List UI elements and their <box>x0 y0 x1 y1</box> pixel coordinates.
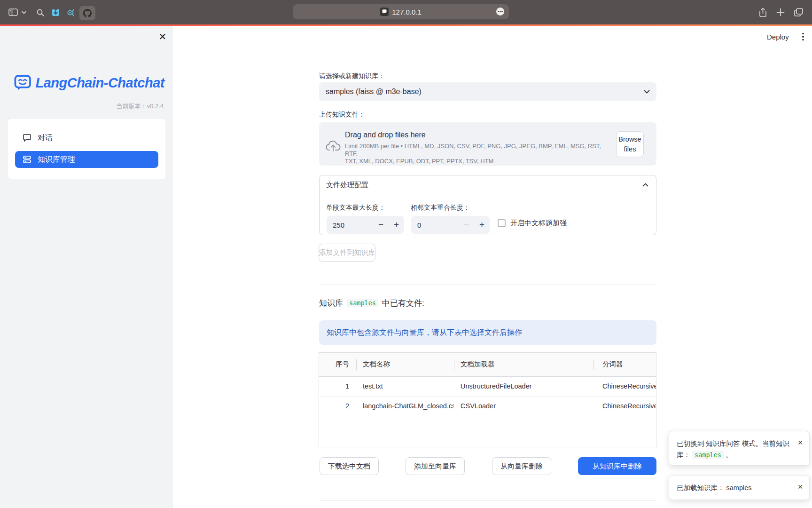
zh-title-enhance-checkbox[interactable] <box>498 219 506 227</box>
overlap-minus-button[interactable]: − <box>459 216 474 234</box>
pinned-tab-download-icon[interactable] <box>51 8 60 17</box>
divider <box>319 285 656 285</box>
toast-close-icon[interactable]: ✕ <box>797 481 803 492</box>
sidebar: ✕ LangChain-Chatchat 当前版本：v0.2.4 对话 知识库管… <box>0 26 173 508</box>
table-header-row: 序号 文档名称 文档加载器 分词器 <box>319 353 656 376</box>
chevron-down-icon <box>644 90 650 94</box>
logo-text: LangChain-Chatchat <box>35 75 164 91</box>
divider <box>319 500 656 501</box>
col-splitter[interactable]: 分词器 <box>593 353 656 376</box>
add-to-vector-store-button[interactable]: 添加至向量库 <box>406 457 465 475</box>
toast-text: 已切换到 知识库问答 模式。当前知识 库： samples 。 <box>677 438 802 460</box>
chunk-minus-button[interactable]: − <box>373 216 389 234</box>
browser-toolbar: 127.0.0.1 <box>0 0 812 24</box>
info-alert: 知识库中包含源文件与向量库，请从下表中选择文件后操作 <box>319 320 656 345</box>
app-menu-icon[interactable] <box>796 30 810 44</box>
kb-name-code: samples <box>347 299 378 307</box>
search-icon[interactable] <box>37 9 44 16</box>
tab-overview-icon[interactable] <box>794 8 804 17</box>
download-selected-button[interactable]: 下载选中文档 <box>320 457 379 475</box>
browse-files-button[interactable]: Browse files <box>616 131 644 157</box>
sidebar-toggle-icon[interactable] <box>8 8 18 16</box>
chevron-up-icon <box>642 183 648 187</box>
upload-label: 上传知识文件： <box>319 111 365 119</box>
delete-from-kb-button[interactable]: 从知识库中删除 <box>578 457 656 475</box>
kb-select[interactable]: samples (faiss @ m3e-base) <box>319 82 656 101</box>
kb-name-code: samples <box>692 451 724 459</box>
col-doc-name[interactable]: 文档名称 <box>356 353 454 376</box>
add-files-button[interactable]: 添加文件到知识库 <box>319 244 375 262</box>
dropzone-title: Drag and drop files here <box>345 131 426 139</box>
new-tab-icon[interactable] <box>776 8 785 16</box>
delete-from-vector-store-button[interactable]: 从向量库删除 <box>492 457 551 475</box>
deploy-button[interactable]: Deploy <box>763 30 793 44</box>
nav-item-label: 对话 <box>38 133 53 143</box>
share-icon[interactable] <box>758 8 767 17</box>
pinned-tab-radar-icon[interactable] <box>66 8 74 17</box>
toast-kb-loaded: ✕ 已加载知识库： samples <box>669 475 810 500</box>
chat-logo-icon <box>14 74 31 91</box>
dropzone-limit-text: Limit 200MB per file • HTML, MD, JSON, C… <box>345 143 615 165</box>
toast-close-icon[interactable]: ✕ <box>797 437 803 448</box>
overlap-value[interactable]: 0 <box>411 221 459 229</box>
extensions-icon[interactable] <box>496 8 504 16</box>
chunk-plus-button[interactable]: + <box>389 216 404 234</box>
app-logo: LangChain-Chatchat <box>14 73 164 93</box>
github-icon <box>83 9 92 17</box>
kb-select-label: 请选择或新建知识库： <box>319 72 385 80</box>
col-index[interactable]: 序号 <box>319 353 356 376</box>
address-bar[interactable]: 127.0.0.1 <box>293 4 509 19</box>
active-tab[interactable] <box>79 6 95 20</box>
chunk-size-value[interactable]: 250 <box>327 221 373 229</box>
nav-item-chat[interactable]: 对话 <box>15 129 158 146</box>
file-config-expander: 文件处理配置 单段文本最大长度： 相邻文本重合长度： 250 − + 0 − +… <box>319 175 656 235</box>
files-heading: 知识库 samples 中已有文件: <box>319 297 424 309</box>
files-table: 序号 文档名称 文档加载器 分词器 1 test.txt Unstructure… <box>319 352 656 447</box>
nav-item-knowledge-base[interactable]: 知识库管理 <box>15 151 158 168</box>
kb-select-value: samples (faiss @ m3e-base) <box>326 87 422 96</box>
chunk-size-label: 单段文本最大长度： <box>326 204 385 212</box>
expander-title: 文件处理配置 <box>326 181 368 190</box>
version-label: 当前版本：v0.2.4 <box>117 102 164 111</box>
overlap-plus-button[interactable]: + <box>474 216 490 234</box>
table-row[interactable]: 2 langchain-ChatGLM_closed.csv CSVLoader… <box>319 396 656 416</box>
toast-text: 已加载知识库： samples <box>677 482 802 493</box>
site-favicon <box>380 8 389 16</box>
zh-title-enhance-label: 开启中文标题加强 <box>510 219 567 228</box>
expander-header[interactable]: 文件处理配置 <box>320 175 656 194</box>
cloud-upload-icon <box>325 139 341 151</box>
file-dropzone[interactable]: Drag and drop files here Limit 200MB per… <box>319 122 656 166</box>
nav-item-label: 知识库管理 <box>38 155 75 165</box>
overlap-input[interactable]: 0 − + <box>411 216 490 234</box>
url-text: 127.0.0.1 <box>392 8 422 16</box>
chevron-down-icon[interactable] <box>22 11 26 14</box>
chat-bubble-icon <box>23 134 31 142</box>
toast-mode-switched: ✕ 已切换到 知识库问答 模式。当前知识 库： samples 。 <box>669 431 810 466</box>
table-row[interactable]: 1 test.txt UnstructuredFileLoader Chines… <box>319 376 656 396</box>
nav-menu: 对话 知识库管理 <box>8 119 165 179</box>
chunk-size-input[interactable]: 250 − + <box>327 216 404 234</box>
database-icon <box>23 155 31 164</box>
col-loader[interactable]: 文档加载器 <box>454 353 593 376</box>
sidebar-close-icon[interactable]: ✕ <box>156 31 169 43</box>
overlap-label: 相邻文本重合长度： <box>411 204 470 212</box>
